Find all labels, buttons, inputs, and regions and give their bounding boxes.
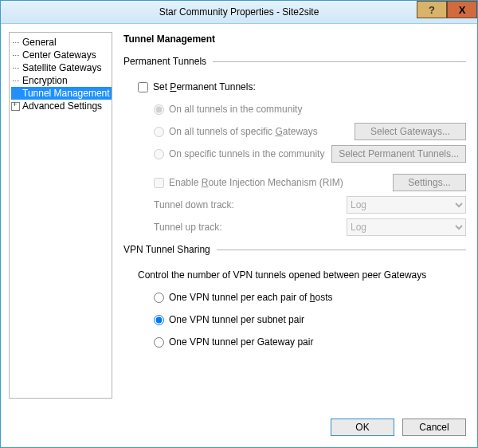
cancel-button[interactable]: Cancel: [402, 419, 466, 436]
group-label-sharing: VPN Tunnel Sharing: [123, 244, 210, 255]
page-title: Tunnel Management: [123, 33, 466, 45]
tunnel-up-label: Tunnel up track:: [154, 222, 222, 233]
tunnel-down-row: Tunnel down track: Log: [123, 196, 466, 214]
group-permanent-tunnels: Permanent Tunnels: [123, 56, 466, 67]
opt-gateways-label: On all tunnels of specific Gateways: [169, 126, 318, 137]
opt-gateways-row: On all tunnels of specific Gateways Sele…: [123, 123, 466, 140]
opt-hosts-label: One VPN tunnel per each pair of hosts: [169, 292, 332, 303]
client-area: General Center Gateways Satellite Gatewa…: [1, 24, 477, 407]
ok-button[interactable]: OK: [331, 419, 394, 436]
opt-gateway-radio[interactable]: [154, 337, 164, 348]
select-permanent-tunnels-button: Select Permanent Tunnels...: [331, 145, 466, 163]
tree-item-advanced-settings[interactable]: Advanced Settings: [11, 100, 112, 112]
titlebar: Star Community Properties - Site2site ? …: [1, 1, 477, 24]
tree-item-tunnel-management[interactable]: Tunnel Management: [11, 87, 112, 100]
rim-settings-button: Settings...: [393, 174, 466, 191]
set-permanent-row: Set Permanent Tunnels:: [123, 78, 466, 96]
group-label-permanent: Permanent Tunnels: [123, 56, 206, 67]
opt-specific-label: On specific tunnels in the community: [169, 148, 324, 159]
tree-item-general[interactable]: General: [11, 36, 112, 49]
sharing-desc: Control the number of VPN tunnels opened…: [138, 269, 426, 281]
opt-hosts-row: One VPN tunnel per each pair of hosts: [123, 289, 466, 306]
nav-tree[interactable]: General Center Gateways Satellite Gatewa…: [9, 32, 112, 399]
rim-label: Enable Route Injection Mechanism (RIM): [169, 177, 343, 188]
group-vpn-sharing: VPN Tunnel Sharing: [123, 244, 466, 255]
opt-subnet-label: One VPN tunnel per subnet pair: [169, 314, 304, 325]
opt-specific-radio: [154, 149, 164, 159]
tree-item-center-gateways[interactable]: Center Gateways: [11, 49, 112, 61]
help-button[interactable]: ?: [417, 1, 447, 18]
titlebar-buttons: ? X: [417, 1, 477, 18]
main-panel: Tunnel Management Permanent Tunnels Set …: [120, 32, 469, 407]
opt-subnet-radio[interactable]: [154, 315, 164, 325]
opt-specific-row: On specific tunnels in the community Sel…: [123, 145, 466, 163]
dialog-footer: OK Cancel: [1, 407, 477, 447]
tree-item-satellite-gateways[interactable]: Satellite Gateways: [11, 61, 112, 74]
tunnel-down-select: Log: [347, 196, 466, 214]
opt-all-label: On all tunnels in the community: [169, 104, 302, 115]
tree-item-encryption[interactable]: Encryption: [11, 74, 112, 87]
opt-gateways-radio: [154, 127, 164, 137]
sharing-desc-row: Control the number of VPN tunnels opened…: [123, 266, 466, 284]
opt-all-row: On all tunnels in the community: [123, 100, 466, 118]
divider: [213, 61, 466, 62]
window-title: Star Community Properties - Site2site: [159, 6, 319, 18]
opt-subnet-row: One VPN tunnel per subnet pair: [123, 311, 466, 328]
divider: [217, 250, 466, 250]
tunnel-up-select: Log: [347, 218, 466, 236]
select-gateways-button: Select Gateways...: [355, 123, 466, 140]
opt-hosts-radio[interactable]: [154, 293, 164, 303]
set-permanent-checkbox[interactable]: [138, 82, 148, 92]
opt-gateway-label: One VPN tunnel per Gateway pair: [169, 336, 313, 348]
dialog-window: Star Community Properties - Site2site ? …: [0, 0, 478, 448]
opt-all-radio: [154, 104, 164, 115]
close-icon: X: [459, 4, 466, 16]
opt-gateway-row: One VPN tunnel per Gateway pair: [123, 333, 466, 351]
help-icon: ?: [429, 4, 435, 16]
set-permanent-label: Set Permanent Tunnels:: [153, 81, 256, 92]
rim-checkbox: [154, 178, 164, 188]
close-button[interactable]: X: [447, 1, 477, 18]
tunnel-down-label: Tunnel down track:: [154, 199, 234, 210]
tunnel-up-row: Tunnel up track: Log: [123, 218, 466, 236]
rim-row: Enable Route Injection Mechanism (RIM) S…: [123, 174, 466, 191]
